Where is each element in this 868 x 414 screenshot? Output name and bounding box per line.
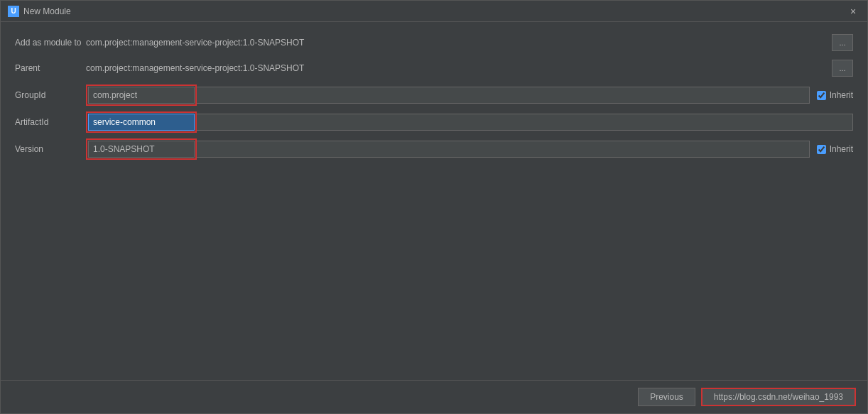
groupid-inherit-checkbox[interactable] [817,91,826,100]
parent-label: Parent [15,63,86,73]
artifactid-input-area [86,111,853,133]
artifactid-label: ArtifactId [15,117,86,127]
groupid-inherit-label: Inherit [830,90,853,100]
artifactid-row: ArtifactId [15,111,853,133]
title-bar: U New Module × [1,1,867,22]
parent-value: com.project:management-service-project:1… [86,63,826,73]
previous-button[interactable]: Previous [638,388,695,406]
version-red-box [86,138,197,160]
add-as-module-label: Add as module to [15,38,86,48]
window-title: New Module [23,6,846,16]
groupid-input-area: Inherit [86,85,853,106]
version-inherit-label: Inherit [830,144,853,154]
form-section: Add as module to com.project:management-… [15,33,853,165]
close-button[interactable]: × [846,4,860,18]
artifactid-input[interactable] [88,114,195,131]
version-row: Version Inherit [15,138,853,160]
groupid-row: GroupId Inherit [15,85,853,106]
groupid-inherit: Inherit [817,90,853,100]
version-label: Version [15,144,86,154]
parent-browse-button[interactable]: ... [832,60,853,77]
parent-row: Parent com.project:management-service-pr… [15,59,853,77]
dialog-content: Add as module to com.project:management-… [1,22,867,380]
groupid-red-box [86,85,197,106]
app-icon: U [8,6,19,17]
next-button[interactable]: https://blog.csdn.net/weihao_1993 [701,388,856,406]
version-extra-input[interactable] [197,141,810,158]
groupid-label: GroupId [15,90,86,100]
bottom-bar: Previous https://blog.csdn.net/weihao_19… [1,380,867,413]
add-as-module-value: com.project:management-service-project:1… [86,38,826,48]
artifactid-extra-input[interactable] [197,114,853,131]
new-module-dialog: U New Module × Add as module to com.proj… [0,0,868,414]
add-as-module-row: Add as module to com.project:management-… [15,33,853,52]
version-input[interactable] [88,141,195,158]
groupid-input[interactable] [88,87,195,104]
groupid-extra-input[interactable] [197,87,810,104]
version-input-area: Inherit [86,138,853,160]
version-inherit: Inherit [817,144,853,154]
version-inherit-checkbox[interactable] [817,145,826,154]
add-module-browse-button[interactable]: ... [832,34,853,51]
artifactid-red-box [86,111,197,133]
